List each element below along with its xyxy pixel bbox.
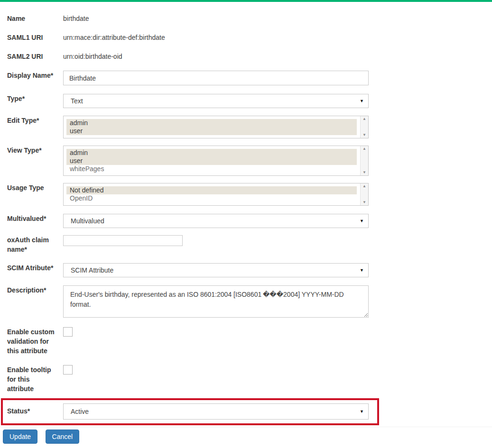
row-view-type: View Type* adminuserwhitePages ▲ ▼ bbox=[7, 146, 492, 176]
row-saml1-uri: SAML1 URI urn:mace:dir:attribute-def:bir… bbox=[7, 33, 492, 42]
scrollbar[interactable]: ▲ ▼ bbox=[360, 116, 368, 138]
enable-tooltip-label: Enable tooltip for this attribute bbox=[7, 365, 63, 393]
listbox-option[interactable]: Not defined bbox=[66, 186, 357, 194]
enable-custom-validation-label: Enable custom validation for this attrib… bbox=[7, 327, 63, 356]
type-select[interactable]: Text ▼ bbox=[63, 94, 369, 108]
chevron-down-icon: ▼ bbox=[360, 410, 364, 414]
scim-attribute-select-value: SCIM Attribute bbox=[71, 266, 113, 274]
scroll-down-icon[interactable]: ▼ bbox=[362, 133, 366, 137]
row-usage-type: Usage Type Not definedOpenID ▲ ▼ bbox=[7, 183, 492, 206]
scroll-up-icon[interactable]: ▲ bbox=[362, 147, 366, 151]
scim-attribute-select[interactable]: SCIM Attribute ▼ bbox=[63, 263, 369, 277]
saml2-uri-label: SAML2 URI bbox=[7, 52, 63, 61]
chevron-down-icon: ▼ bbox=[360, 219, 364, 223]
listbox-option[interactable]: OpenID bbox=[66, 194, 357, 202]
type-label: Type* bbox=[7, 94, 63, 108]
chevron-down-icon: ▼ bbox=[360, 99, 364, 103]
row-edit-type: Edit Type* adminuser ▲ ▼ bbox=[7, 116, 492, 138]
status-select[interactable]: Active ▼ bbox=[63, 403, 369, 420]
listbox-option[interactable]: admin bbox=[66, 119, 357, 127]
scroll-down-icon[interactable]: ▼ bbox=[362, 171, 366, 174]
name-value: birthdate bbox=[63, 14, 369, 23]
name-label: Name bbox=[7, 14, 63, 23]
row-name: Name birthdate bbox=[7, 14, 492, 23]
saml2-uri-value: urn:oid:birthdate-oid bbox=[63, 52, 369, 61]
usage-type-label: Usage Type bbox=[7, 183, 63, 206]
view-type-label: View Type* bbox=[7, 146, 63, 176]
scrollbar[interactable]: ▲ ▼ bbox=[360, 146, 368, 175]
saml1-uri-value: urn:mace:dir:attribute-def:birthdate bbox=[63, 33, 369, 42]
row-multivalued: Multivalued* Multivalued ▼ bbox=[7, 214, 492, 228]
listbox-option[interactable]: admin bbox=[66, 149, 357, 157]
listbox-option[interactable]: user bbox=[66, 127, 357, 135]
enable-custom-validation-checkbox[interactable] bbox=[63, 327, 73, 337]
view-type-listbox[interactable]: adminuserwhitePages ▲ ▼ bbox=[63, 146, 369, 176]
display-name-input[interactable] bbox=[63, 71, 369, 85]
row-type: Type* Text ▼ bbox=[7, 94, 492, 108]
saml1-uri-label: SAML1 URI bbox=[7, 33, 63, 42]
multivalued-select-value: Multivalued bbox=[71, 217, 104, 225]
row-scim-attribute: SCIM Atribute* SCIM Attribute ▼ bbox=[7, 263, 492, 277]
display-name-label: Display Name* bbox=[7, 71, 63, 85]
update-button[interactable]: Update bbox=[3, 430, 37, 444]
cancel-button[interactable]: Cancel bbox=[46, 430, 80, 444]
oxauth-claim-name-input[interactable] bbox=[63, 235, 183, 246]
scrollbar[interactable]: ▲ ▼ bbox=[360, 183, 368, 205]
edit-type-listbox[interactable]: adminuser ▲ ▼ bbox=[63, 116, 369, 138]
type-select-value: Text bbox=[71, 97, 83, 105]
row-display-name: Display Name* bbox=[7, 71, 492, 85]
scroll-up-icon[interactable]: ▲ bbox=[362, 117, 366, 121]
chevron-down-icon: ▼ bbox=[360, 268, 364, 273]
attribute-form: Name birthdate SAML1 URI urn:mace:dir:at… bbox=[0, 2, 492, 448]
description-label: Description* bbox=[7, 285, 63, 320]
row-description: Description* End-User's birthday, repres… bbox=[7, 285, 492, 320]
row-enable-tooltip: Enable tooltip for this attribute bbox=[7, 365, 492, 393]
oxauth-claim-name-label: oxAuth claim name* bbox=[7, 235, 63, 254]
scroll-up-icon[interactable]: ▲ bbox=[362, 184, 366, 188]
usage-type-listbox[interactable]: Not definedOpenID ▲ ▼ bbox=[63, 183, 369, 206]
row-saml2-uri: SAML2 URI urn:oid:birthdate-oid bbox=[7, 52, 492, 61]
listbox-option[interactable]: whitePages bbox=[66, 165, 357, 173]
row-oxauth-claim-name: oxAuth claim name* bbox=[7, 235, 492, 254]
status-label: Status* bbox=[7, 403, 63, 420]
row-enable-custom-validation: Enable custom validation for this attrib… bbox=[7, 327, 492, 356]
status-select-value: Active bbox=[71, 408, 89, 415]
scim-attribute-label: SCIM Atribute* bbox=[7, 263, 63, 277]
multivalued-label: Multivalued* bbox=[7, 214, 63, 228]
form-actions: Update Cancel bbox=[0, 427, 492, 448]
multivalued-select[interactable]: Multivalued ▼ bbox=[63, 214, 369, 228]
scroll-down-icon[interactable]: ▼ bbox=[362, 201, 366, 204]
row-status-highlighted: Status* Active ▼ bbox=[1, 398, 379, 425]
edit-type-label: Edit Type* bbox=[7, 116, 63, 138]
description-textarea[interactable]: End-User's birthday, represented as an I… bbox=[63, 285, 369, 318]
listbox-option[interactable]: user bbox=[66, 157, 357, 165]
enable-tooltip-checkbox[interactable] bbox=[63, 365, 73, 375]
